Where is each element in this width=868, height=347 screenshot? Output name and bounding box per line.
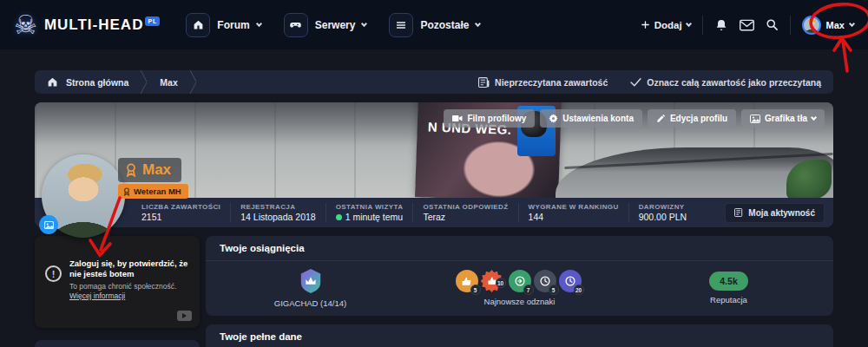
- stat-last-visit: OSTATNIA WIZYTA 1 minutę temu: [326, 203, 413, 222]
- user-name: Max: [826, 20, 845, 30]
- chevron-down-icon: [475, 20, 481, 26]
- stat-last-reply: OSTATNIA ODPOWIEDŹ Teraz: [412, 203, 517, 222]
- home-icon: [186, 13, 210, 37]
- achievements-title: Twoje osiągnięcia: [206, 236, 833, 261]
- chevron-down-icon: [811, 114, 817, 120]
- home-icon[interactable]: [47, 76, 58, 88]
- breadcrumb-current: Max: [160, 77, 177, 88]
- badge-count: 5: [470, 285, 481, 295]
- clock-icon: [539, 275, 551, 287]
- user-avatar: [802, 16, 821, 35]
- youtube-icon[interactable]: [177, 311, 192, 321]
- stat-donations: DAROWIZNY 900.00 PLN: [628, 203, 696, 222]
- breadcrumb-bar: Strona główna Max Nieprzeczytana zawarto…: [35, 70, 833, 94]
- pl-badge: PL: [145, 16, 160, 26]
- edit-profile-button[interactable]: Edycja profilu: [648, 109, 736, 128]
- background-graphic-button[interactable]: Grafika tła: [741, 109, 825, 128]
- nav-label-serwery: Serwery: [315, 19, 356, 31]
- content-links: Nieprzeczytana zawartość Oznacz całą zaw…: [478, 77, 821, 88]
- more-info-link[interactable]: Więcej informacji: [69, 291, 125, 300]
- chevron-down-icon: [361, 20, 367, 26]
- divider: [790, 16, 791, 35]
- my-activity-button[interactable]: Moja aktywność: [725, 203, 825, 223]
- nav-item-serwery[interactable]: Serwery: [284, 13, 367, 37]
- breadcrumb-home[interactable]: Strona główna: [66, 77, 128, 88]
- newspaper-icon: [478, 77, 490, 88]
- info-icon: !: [45, 265, 62, 282]
- add-button[interactable]: Dodaj: [641, 20, 691, 30]
- chevron-down-icon: [686, 20, 692, 26]
- newspaper-icon: [734, 208, 744, 217]
- profile-page: ☠ MULTI-HEADPL Forum Serwery: [0, 0, 868, 347]
- hamburger-menu-icon: [389, 13, 413, 37]
- gigachad-shield-icon: [299, 268, 323, 294]
- profile-avatar[interactable]: [42, 154, 125, 238]
- pencil-icon: [656, 114, 666, 123]
- navbar-right: Dodaj Max: [641, 16, 854, 35]
- chevron-down-icon: [256, 20, 262, 26]
- badge-replies[interactable]: 7: [509, 270, 531, 292]
- profile-header-panel: N UND WEG. Film profilowy Ustawienia kon…: [35, 102, 833, 227]
- full-data-panel: Twoje pełne dane: [206, 324, 833, 347]
- gear-icon: [549, 114, 558, 123]
- nav-item-pozostale[interactable]: Pozostałe: [389, 13, 480, 37]
- chevron-down-icon: [849, 20, 855, 26]
- nav-menus: Forum Serwery Pozostałe: [186, 13, 480, 37]
- image-icon: [750, 115, 760, 123]
- brand-logo[interactable]: ☠ MULTI-HEADPL: [14, 12, 160, 38]
- badges-label: Najnowsze odznaki: [484, 297, 556, 306]
- captcha-body: To pomaga chronić społeczność. Więcej in…: [69, 282, 189, 301]
- breadcrumb: Strona główna Max: [47, 70, 201, 94]
- gamepad-icon: [284, 13, 308, 37]
- stat-ranking-wins: WYGRANE W RANKINGU 144: [518, 203, 628, 222]
- achievements-panel: Twoje osiągnięcia GIGACHAD (14/14) 5: [206, 236, 833, 316]
- badge-time-veteran[interactable]: 20: [559, 270, 582, 292]
- messages-envelope-icon[interactable]: [740, 19, 754, 31]
- badge-count: 10: [496, 278, 506, 288]
- circle-arrow-icon: [514, 275, 526, 287]
- profile-actions: Film profilowy Ustawienia konta Edycja p…: [444, 109, 825, 128]
- badge-thumbsup[interactable]: 5: [456, 270, 478, 292]
- reputation-pill: 4.5k: [709, 272, 747, 291]
- search-icon[interactable]: [766, 18, 779, 31]
- gigachad-achievement[interactable]: GIGACHAD (14/14): [206, 268, 415, 308]
- badge-count: 7: [523, 285, 534, 295]
- medal-icon: [123, 187, 130, 196]
- add-label: Dodaj: [654, 20, 682, 30]
- photo-icon: [44, 221, 54, 229]
- stat-content-count: LICZBA ZAWARTOŚCI 2151: [132, 203, 230, 222]
- video-camera-icon: [452, 115, 463, 122]
- nav-item-forum[interactable]: Forum: [186, 13, 260, 37]
- plus-icon: [641, 20, 650, 29]
- stat-registration: REJESTRACJA 14 Listopada 2018: [230, 203, 325, 222]
- breadcrumb-separator: [189, 70, 198, 94]
- badge-time[interactable]: 5: [534, 270, 556, 292]
- medal-icon: [125, 163, 137, 177]
- change-photo-button[interactable]: [39, 215, 58, 234]
- profile-name: Max: [142, 161, 171, 179]
- captcha-title: Zaloguj się, by potwierdzić, że nie jest…: [69, 259, 189, 279]
- latest-badges: 5 10 7 5 20: [415, 270, 624, 306]
- badge-count: 5: [549, 285, 559, 295]
- skull-logo-icon: ☠: [14, 12, 37, 38]
- sidebar-next-panel: [35, 340, 200, 347]
- online-dot: [336, 214, 342, 220]
- nav-label-forum: Forum: [217, 19, 249, 31]
- notifications-bell-icon[interactable]: [714, 18, 728, 32]
- gigachad-label: GIGACHAD (14/14): [274, 298, 346, 308]
- user-menu[interactable]: Max: [802, 16, 854, 35]
- full-data-title: Twoje pełne dane: [206, 324, 833, 347]
- mark-read-link[interactable]: Oznacz całą zawartość jako przeczytaną: [630, 77, 821, 88]
- profile-name-block: Max Weteran MH: [118, 158, 188, 200]
- profile-stats-bar: LICZBA ZAWARTOŚCI 2151 REJESTRACJA 14 Li…: [35, 198, 833, 227]
- unread-content-link[interactable]: Nieprzeczytana zawartość: [478, 77, 608, 88]
- nav-label-pozostale: Pozostałe: [420, 19, 469, 31]
- profile-video-button[interactable]: Film profilowy: [444, 109, 535, 128]
- reputation-label: Reputacja: [710, 295, 747, 304]
- reputation[interactable]: 4.5k Reputacja: [624, 272, 833, 304]
- check-icon: [630, 77, 641, 87]
- breadcrumb-separator: [140, 70, 148, 94]
- account-settings-button[interactable]: Ustawienia konta: [540, 109, 642, 128]
- captcha-widget: ! Zaloguj się, by potwierdzić, że nie je…: [35, 236, 200, 328]
- profile-name-row: Max: [118, 158, 181, 182]
